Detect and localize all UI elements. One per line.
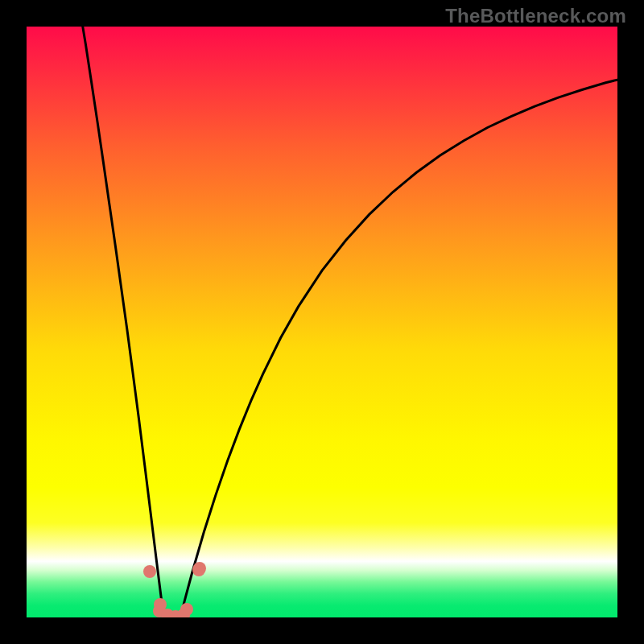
chart-frame: TheBottleneck.com — [0, 0, 644, 644]
data-marker — [143, 565, 156, 578]
left-curve — [80, 27, 163, 617]
right-curve — [180, 80, 617, 617]
watermark-text: TheBottleneck.com — [445, 5, 626, 27]
data-marker — [193, 562, 206, 575]
curve-layer — [27, 27, 617, 617]
data-marker — [180, 603, 193, 616]
plot-area — [27, 27, 617, 617]
